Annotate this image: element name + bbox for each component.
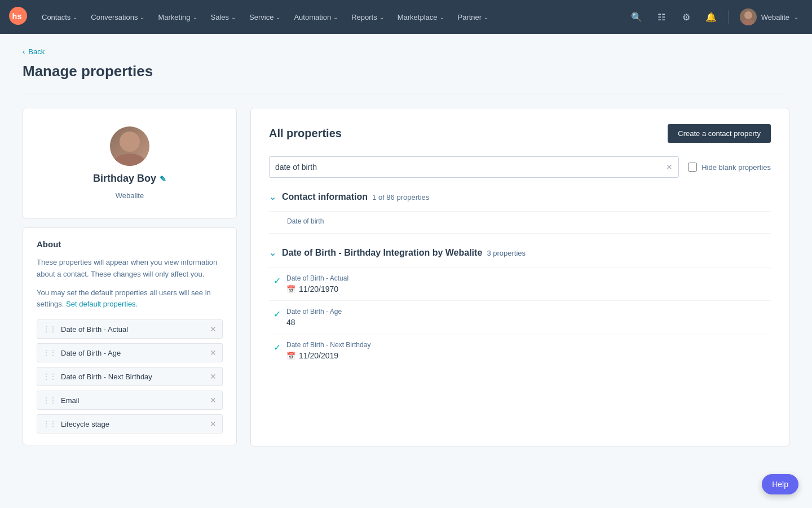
section-title: Date of Birth - Birthday Integration by … bbox=[282, 248, 526, 258]
contact-info-section: ⌄ Contact information 1 of 86 properties… bbox=[269, 191, 771, 234]
chevron-left-icon: ‹ bbox=[23, 47, 25, 56]
search-row: ✕ Hide blank properties bbox=[269, 156, 771, 178]
about-title: About bbox=[37, 239, 223, 249]
notifications-icon-btn[interactable]: 🔔 bbox=[701, 7, 721, 27]
nav-sales[interactable]: Sales ⌄ bbox=[205, 10, 242, 25]
page-content: ‹ Back Manage properties Birthday Boy ✎ … bbox=[0, 34, 812, 460]
nav-marketplace[interactable]: Marketplace ⌄ bbox=[392, 10, 450, 25]
property-label: Date of birth bbox=[287, 217, 771, 225]
property-label: Date of Birth - Next Birthday bbox=[286, 341, 370, 349]
nav-reports[interactable]: Reports ⌄ bbox=[346, 10, 390, 25]
remove-icon[interactable]: ✕ bbox=[210, 325, 217, 334]
avatar bbox=[740, 8, 757, 25]
remove-icon[interactable]: ✕ bbox=[210, 372, 217, 381]
search-input[interactable] bbox=[275, 163, 666, 172]
svg-point-3 bbox=[742, 19, 755, 25]
property-label: Date of Birth - Actual bbox=[286, 274, 348, 282]
section-title: Contact information 1 of 86 properties bbox=[282, 192, 429, 202]
svg-text:hs: hs bbox=[12, 12, 22, 21]
property-list: ⋮⋮ Date of Birth - Actual ✕ ⋮⋮ Date of B… bbox=[37, 319, 223, 433]
property-value: 📅 11/20/2019 bbox=[286, 351, 370, 360]
two-column-layout: Birthday Boy ✎ Webalite About These prop… bbox=[23, 108, 789, 446]
chevron-down-icon: ⌄ bbox=[73, 14, 77, 20]
apps-icon-btn[interactable]: ☷ bbox=[651, 7, 672, 27]
chevron-down-icon: ⌄ bbox=[440, 14, 444, 20]
calendar-icon: 📅 bbox=[286, 352, 295, 360]
nav-marketing[interactable]: Marketing ⌄ bbox=[152, 10, 202, 25]
dob-integration-section: ⌄ Date of Birth - Birthday Integration b… bbox=[269, 247, 771, 367]
list-item[interactable]: ⋮⋮ Lifecycle stage ✕ bbox=[37, 414, 223, 433]
svg-point-4 bbox=[120, 132, 140, 152]
search-icon-btn[interactable]: 🔍 bbox=[626, 7, 647, 27]
right-panel: All properties Create a contact property… bbox=[250, 108, 789, 446]
nav-automation[interactable]: Automation ⌄ bbox=[288, 10, 343, 25]
about-text-2: You may set the default properties all u… bbox=[37, 287, 223, 311]
all-properties-title: All properties bbox=[269, 127, 342, 140]
section-header: ⌄ Date of Birth - Birthday Integration b… bbox=[269, 247, 771, 258]
property-row: ✓ Date of Birth - Next Birthday 📅 11/20/… bbox=[269, 334, 771, 367]
svg-point-5 bbox=[113, 154, 147, 166]
drag-handle-icon: ⋮⋮ bbox=[43, 325, 56, 333]
about-text-1: These properties will appear when you vi… bbox=[37, 257, 223, 281]
property-label: Date of Birth - Age bbox=[286, 308, 342, 316]
left-panel: Birthday Boy ✎ Webalite About These prop… bbox=[23, 108, 237, 445]
settings-icon-btn[interactable]: ⚙ bbox=[676, 7, 696, 27]
set-default-link[interactable]: Set default properties bbox=[66, 300, 136, 308]
section-count: 3 properties bbox=[485, 249, 526, 257]
page-title: Manage properties bbox=[23, 63, 789, 80]
section-header: ⌄ Contact information 1 of 86 properties bbox=[269, 191, 771, 202]
navbar-right: 🔍 ☷ ⚙ 🔔 Webalite ⌄ bbox=[626, 6, 803, 28]
profile-company: Webalite bbox=[116, 191, 144, 200]
profile-avatar bbox=[110, 126, 149, 166]
list-item[interactable]: ⋮⋮ Email ✕ bbox=[37, 391, 223, 410]
section-chevron-icon[interactable]: ⌄ bbox=[269, 191, 276, 202]
hide-blank-label: Hide blank properties bbox=[688, 163, 771, 172]
chevron-down-icon: ⌄ bbox=[794, 14, 798, 20]
profile-name: Birthday Boy ✎ bbox=[93, 173, 166, 185]
chevron-down-icon: ⌄ bbox=[379, 14, 384, 20]
drag-handle-icon: ⋮⋮ bbox=[43, 349, 56, 357]
check-icon: ✓ bbox=[269, 342, 281, 353]
chevron-down-icon: ⌄ bbox=[231, 14, 236, 20]
help-button[interactable]: Help bbox=[762, 474, 798, 494]
nav-conversations[interactable]: Conversations ⌄ bbox=[85, 10, 150, 25]
section-count: 1 of 86 properties bbox=[370, 193, 429, 202]
clear-search-icon[interactable]: ✕ bbox=[666, 163, 673, 172]
property-value: 📅 11/20/1970 bbox=[286, 284, 348, 294]
list-item[interactable]: ⋮⋮ Date of Birth - Age ✕ bbox=[37, 343, 223, 362]
edit-icon[interactable]: ✎ bbox=[160, 174, 166, 183]
remove-icon[interactable]: ✕ bbox=[210, 419, 217, 428]
search-box: ✕ bbox=[269, 156, 679, 178]
nav-contacts[interactable]: Contacts ⌄ bbox=[36, 10, 83, 25]
profile-card: Birthday Boy ✎ Webalite bbox=[23, 108, 237, 218]
svg-point-2 bbox=[744, 11, 752, 19]
chevron-down-icon: ⌄ bbox=[484, 14, 488, 20]
right-header: All properties Create a contact property bbox=[269, 124, 771, 143]
nav-divider bbox=[728, 10, 729, 24]
list-item[interactable]: ⋮⋮ Date of Birth - Actual ✕ bbox=[37, 319, 223, 339]
check-icon: ✓ bbox=[269, 275, 281, 286]
nav-partner[interactable]: Partner ⌄ bbox=[452, 10, 495, 25]
hide-blank-checkbox[interactable] bbox=[688, 163, 697, 172]
hubspot-logo[interactable]: hs bbox=[9, 7, 27, 27]
nav-service[interactable]: Service ⌄ bbox=[244, 10, 286, 25]
user-menu[interactable]: Webalite ⌄ bbox=[735, 6, 803, 28]
chevron-down-icon: ⌄ bbox=[333, 14, 338, 20]
property-row: ✓ Date of Birth - Age 48 bbox=[269, 300, 771, 334]
section-chevron-icon[interactable]: ⌄ bbox=[269, 247, 276, 258]
about-card: About These properties will appear when … bbox=[23, 227, 237, 445]
back-link[interactable]: ‹ Back bbox=[23, 47, 789, 56]
page-divider bbox=[23, 94, 789, 94]
property-row: Date of birth bbox=[269, 211, 771, 234]
property-value: 48 bbox=[286, 318, 342, 327]
list-item[interactable]: ⋮⋮ Date of Birth - Next Birthday ✕ bbox=[37, 367, 223, 386]
drag-handle-icon: ⋮⋮ bbox=[43, 396, 56, 404]
create-property-button[interactable]: Create a contact property bbox=[668, 124, 771, 143]
remove-icon[interactable]: ✕ bbox=[210, 348, 217, 357]
chevron-down-icon: ⌄ bbox=[140, 14, 144, 20]
check-icon: ✓ bbox=[269, 309, 281, 319]
drag-handle-icon: ⋮⋮ bbox=[43, 420, 56, 428]
chevron-down-icon: ⌄ bbox=[276, 14, 280, 20]
chevron-down-icon: ⌄ bbox=[193, 14, 197, 20]
remove-icon[interactable]: ✕ bbox=[210, 396, 217, 405]
